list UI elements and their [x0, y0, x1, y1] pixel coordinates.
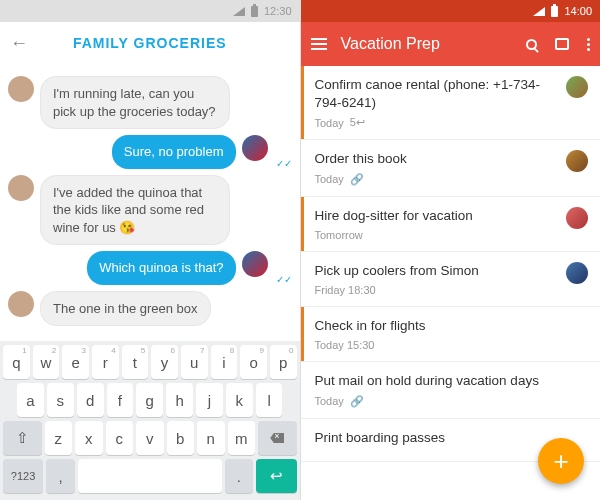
message-bubble: I've added the quinoa that the kids like…	[40, 175, 230, 246]
clock: 12:30	[264, 5, 292, 17]
enter-key[interactable]: ↩	[256, 459, 296, 493]
task-title: Pick up coolers from Simon	[315, 262, 557, 280]
key-h[interactable]: h	[166, 383, 193, 417]
task-title: Hire dog-sitter for vacation	[315, 207, 557, 225]
key-e[interactable]: e3	[62, 345, 89, 379]
statusbar-left: 12:30	[0, 0, 300, 22]
key-i[interactable]: i8	[211, 345, 238, 379]
signal-icon	[233, 7, 245, 16]
avatar[interactable]	[8, 175, 34, 201]
message-row: Sure, no problem ✓✓	[8, 135, 292, 169]
add-task-fab[interactable]: +	[538, 438, 584, 484]
read-checks-icon: ✓✓	[276, 274, 292, 285]
task-meta: Tomorrow	[315, 229, 557, 241]
avatar[interactable]	[8, 291, 34, 317]
key-x[interactable]: x	[75, 421, 103, 455]
avatar[interactable]	[242, 251, 268, 277]
battery-icon	[251, 6, 258, 17]
comma-key[interactable]: ,	[46, 459, 75, 493]
key-l[interactable]: l	[256, 383, 283, 417]
message-bubble: Which quinoa is that?	[87, 251, 235, 285]
assignee-avatar[interactable]	[566, 262, 588, 284]
key-c[interactable]: c	[106, 421, 134, 455]
task-meta: Today🔗	[315, 173, 557, 186]
key-z[interactable]: z	[45, 421, 73, 455]
task-row[interactable]: Order this bookToday🔗	[301, 140, 601, 196]
search-icon[interactable]	[526, 39, 537, 50]
key-t[interactable]: t5	[122, 345, 149, 379]
key-q[interactable]: q1	[3, 345, 30, 379]
task-row[interactable]: Check in for flightsToday 15:30	[301, 307, 601, 362]
chat-title: FAMILY GROCERIES	[32, 35, 268, 51]
key-d[interactable]: d	[77, 383, 104, 417]
read-checks-icon: ✓✓	[276, 158, 292, 169]
key-w[interactable]: w2	[33, 345, 60, 379]
key-p[interactable]: p0	[270, 345, 297, 379]
key-b[interactable]: b	[167, 421, 195, 455]
assignee-avatar[interactable]	[566, 150, 588, 172]
key-v[interactable]: v	[136, 421, 164, 455]
key-o[interactable]: o9	[240, 345, 267, 379]
key-j[interactable]: j	[196, 383, 223, 417]
message-row: I've added the quinoa that the kids like…	[8, 175, 292, 246]
signal-icon	[533, 7, 545, 16]
task-meta: Today 15:30	[315, 339, 589, 351]
key-y[interactable]: y6	[151, 345, 178, 379]
statusbar-right: 14:00	[301, 0, 601, 22]
chat-body: I'm running late, can you pick up the gr…	[0, 64, 300, 341]
list-title[interactable]: Vacation Prep	[341, 35, 513, 53]
key-r[interactable]: r4	[92, 345, 119, 379]
assignee-avatar[interactable]	[566, 76, 588, 98]
task-row[interactable]: Pick up coolers from SimonFriday 18:30	[301, 252, 601, 307]
key-u[interactable]: u7	[181, 345, 208, 379]
task-row[interactable]: Confirm canoe rental (phone: +1-734-794-…	[301, 66, 601, 140]
avatar[interactable]	[8, 76, 34, 102]
assignee-avatar[interactable]	[566, 207, 588, 229]
task-meta: Today🔗	[315, 395, 589, 408]
symbols-key[interactable]: ?123	[3, 459, 43, 493]
space-key[interactable]	[78, 459, 222, 493]
task-meta: Today5↩	[315, 116, 557, 129]
task-title: Check in for flights	[315, 317, 589, 335]
task-meta: Friday 18:30	[315, 284, 557, 296]
more-icon[interactable]	[587, 38, 590, 51]
key-g[interactable]: g	[136, 383, 163, 417]
key-s[interactable]: s	[47, 383, 74, 417]
key-k[interactable]: k	[226, 383, 253, 417]
todo-list[interactable]: Confirm canoe rental (phone: +1-734-794-…	[301, 66, 601, 500]
message-row: Which quinoa is that? ✓✓	[8, 251, 292, 285]
task-title: Put mail on hold during vacation days	[315, 372, 589, 390]
shift-key[interactable]: ⇧	[3, 421, 42, 455]
clock: 14:00	[564, 5, 592, 17]
key-f[interactable]: f	[107, 383, 134, 417]
back-arrow-icon[interactable]: ←	[10, 33, 32, 54]
comment-icon[interactable]	[555, 38, 569, 50]
task-title: Confirm canoe rental (phone: +1-734-794-…	[315, 76, 557, 112]
task-title: Order this book	[315, 150, 557, 168]
battery-icon	[551, 6, 558, 17]
attachment-icon: 🔗	[350, 173, 364, 186]
chat-header: ← FAMILY GROCERIES	[0, 22, 300, 64]
key-m[interactable]: m	[228, 421, 256, 455]
message-bubble: I'm running late, can you pick up the gr…	[40, 76, 230, 129]
attachment-icon: 🔗	[350, 395, 364, 408]
backspace-icon	[270, 433, 284, 443]
backspace-key[interactable]	[258, 421, 297, 455]
keyboard: q1w2e3r4t5y6u7i8o9p0 asdfghjkl ⇧ zxcvbnm…	[0, 341, 300, 500]
task-row[interactable]: Put mail on hold during vacation daysTod…	[301, 362, 601, 418]
key-a[interactable]: a	[17, 383, 44, 417]
message-row: I'm running late, can you pick up the gr…	[8, 76, 292, 129]
menu-icon[interactable]	[311, 38, 327, 50]
message-bubble: The one in the green box	[40, 291, 211, 327]
task-row[interactable]: Hire dog-sitter for vacationTomorrow	[301, 197, 601, 252]
key-n[interactable]: n	[197, 421, 225, 455]
message-row: The one in the green box	[8, 291, 292, 327]
avatar[interactable]	[242, 135, 268, 161]
message-bubble: Sure, no problem	[112, 135, 236, 169]
todo-header: Vacation Prep	[301, 22, 601, 66]
period-key[interactable]: .	[225, 459, 254, 493]
